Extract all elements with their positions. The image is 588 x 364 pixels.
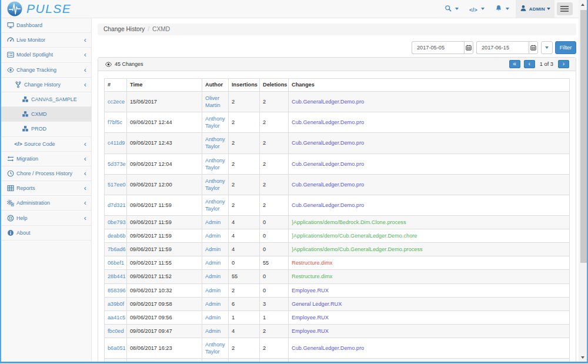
commit-hash-link[interactable]: c411d9 (108, 140, 125, 146)
changed-file-link[interactable]: Cub.GeneralLedger.Demo.pro (292, 99, 364, 105)
commit-author-link[interactable]: Admin (205, 288, 220, 293)
changed-file-link[interactable]: Cub.GeneralLedger.Demo.pro (292, 140, 364, 146)
commit-hash-link[interactable]: deab6b (108, 233, 126, 239)
brand[interactable]: PULSE (1, 0, 71, 18)
commit-author-link[interactable]: Anthony Taylor (205, 158, 225, 171)
sidebar-item-model-spotlight[interactable]: Model Spotlight‹ (1, 48, 91, 62)
sidebar-item-chore-process-history[interactable]: Chore / Process History‹ (1, 166, 91, 181)
commit-author-link[interactable]: Admin (205, 219, 220, 225)
commit-hash-link[interactable]: aa41c5 (108, 315, 125, 320)
changed-file-link[interactable]: Cub.GeneralLedger.Demo.pro (292, 161, 364, 167)
commit-author-link[interactable]: Anthony Taylor (205, 116, 225, 129)
cubes-icon (22, 96, 29, 103)
scrollbar-down-arrow-icon[interactable] (579, 353, 587, 362)
commit-author-link[interactable]: Anthony Taylor (205, 199, 225, 212)
changed-file-link[interactable]: Employee.RUX (292, 288, 329, 293)
commit-author-link[interactable]: Admin (205, 273, 220, 279)
sidebar-item-change-tracking[interactable]: Change Tracking‹ (1, 63, 91, 78)
source-code-menu[interactable]: </> (469, 0, 485, 18)
sidebar-item-source-code[interactable]: </> Source Code‹ (1, 137, 91, 152)
changed-file-link[interactable]: Employee.RUX (292, 315, 329, 320)
commit-author-link[interactable]: Anthony Taylor (205, 342, 225, 355)
sidebar-item-cxmd[interactable]: CXMD (1, 107, 91, 122)
sidebar-item-reports[interactable]: Reports‹ (1, 181, 91, 196)
commit-hash-link[interactable]: 858396 (108, 288, 126, 293)
sidebar-item-migration[interactable]: Migration‹ (1, 152, 91, 166)
window-border-bottom (0, 362, 588, 363)
commit-hash-link[interactable]: a39b0f (108, 301, 124, 307)
commit-hash-link[interactable]: 5d373e (108, 161, 126, 167)
sidebar-item-live-monitor[interactable]: Live Monitor‹ (1, 33, 91, 48)
notifications-menu[interactable] (495, 0, 509, 18)
sidebar-item-canvas-sample[interactable]: CANVAS_SAMPLE (1, 92, 91, 107)
sidebar-item-prod[interactable]: PROD (1, 122, 91, 136)
deletions-count: 3 (260, 297, 289, 310)
commit-hash-link[interactable]: fbc0ed (108, 328, 124, 334)
sidebar-item-about[interactable]: About (1, 226, 91, 241)
commit-hash-link[interactable]: 06bef1 (108, 260, 124, 266)
list-alt-icon (7, 51, 14, 58)
commit-hash-link[interactable]: 7b6ad6 (108, 246, 126, 252)
commit-hash-link[interactable]: f7bf5c (108, 119, 122, 125)
pagination-next-button[interactable]: › (558, 60, 569, 68)
search-menu[interactable] (445, 0, 459, 18)
commit-hash-link[interactable]: 0be793 (108, 219, 126, 225)
commit-author-link[interactable]: Admin (205, 301, 220, 307)
filter-button[interactable]: Filter (555, 41, 576, 54)
pagination-prev-button[interactable]: ‹ (524, 60, 535, 68)
tachometer-icon (7, 36, 14, 44)
commit-author-link[interactable]: Anthony Taylor (205, 136, 225, 149)
commit-hash-link[interactable]: cc2ece (108, 99, 125, 105)
changed-file-link[interactable]: Employee.RUX (292, 328, 329, 334)
user-menu[interactable]: ADMIN (516, 0, 554, 18)
changed-file-link[interactable]: }Applications/demo/Cub.GeneralLedger.Dem… (292, 233, 417, 239)
commit-hash-link[interactable]: 28b441 (108, 273, 126, 279)
commit-author-link[interactable]: Admin (205, 328, 220, 334)
sidebar-item-label: Live Monitor (16, 37, 45, 43)
changes-panel-header: 45 Changes « ‹ 1 of 3 › (98, 58, 576, 71)
column-header-author: Author (202, 79, 229, 92)
commit-author-link[interactable]: Admin (205, 246, 220, 252)
scrollbar-thumb[interactable] (580, 10, 587, 263)
changed-file-link[interactable]: Restructure.dimx (292, 260, 332, 266)
date-to-input[interactable] (476, 41, 529, 54)
sidebar-item-administration[interactable]: Administration‹ (1, 196, 91, 211)
date-from-calendar-icon[interactable] (464, 41, 473, 54)
commit-author-link[interactable]: Admin (205, 260, 220, 266)
sidebar-item-dashboard[interactable]: Dashboard (1, 18, 91, 33)
commit-time: 09/06/2017 11:52 (127, 270, 202, 283)
commit-hash-link[interactable]: 517ee0 (108, 182, 126, 188)
insertions-count: 6 (229, 297, 260, 310)
commit-author-link[interactable]: Anthony Taylor (205, 178, 225, 191)
vertical-scrollbar[interactable] (579, 0, 587, 362)
commit-hash-link[interactable]: d7d321 (108, 202, 126, 208)
date-from-input[interactable] (412, 41, 464, 54)
cubes-icon (22, 125, 29, 132)
changed-file-link[interactable]: }Applications/demo/Cub.GeneralLedger.Dem… (292, 246, 423, 252)
sidebar-item-change-history[interactable]: Change History‹ (1, 78, 91, 92)
filter-options-button[interactable] (541, 41, 553, 54)
changed-file-link[interactable]: Cub.GeneralLedger.Demo.pro (292, 119, 364, 125)
changes-cell: }Applications/demo/Cub.GeneralLedger.Dem… (289, 243, 570, 256)
sidebar-item-label: Chore / Process History (16, 171, 72, 176)
commit-author-link[interactable]: Oliver Martin (205, 95, 220, 108)
breadcrumb-parent[interactable]: Change History (103, 26, 145, 32)
commit-author-link[interactable]: Admin (205, 315, 220, 320)
changed-file-link[interactable]: Cub.GeneralLedger.Demo.pro (292, 202, 364, 208)
pagination-first-button[interactable]: « (509, 60, 520, 68)
sidebar-item-help[interactable]: Help‹ (1, 211, 91, 225)
menu-toggle-button[interactable] (557, 2, 573, 15)
commit-hash-link[interactable]: b6a051 (108, 345, 126, 351)
commit-author-link[interactable]: Admin (205, 233, 220, 239)
changed-file-link[interactable]: Cub.GeneralLedger.Demo.pro (292, 345, 364, 351)
table-row: b6a051 08/06/2017 16:23 Anthony Taylor 2… (105, 338, 570, 358)
changes-panel: 45 Changes « ‹ 1 of 3 › #TimeAuthorInser… (98, 57, 576, 362)
sidebar-item-label: PROD (31, 126, 46, 132)
changed-file-link[interactable]: Cub.GeneralLedger.Demo.pro (292, 182, 364, 188)
changed-file-link[interactable]: Restructure.dimx (292, 273, 332, 279)
scrollbar-up-arrow-icon[interactable] (579, 0, 587, 9)
changed-file-link[interactable]: General Ledger.RUX (292, 301, 342, 307)
changed-file-link[interactable]: }Applications/demo/Bedrock.Dim.Clone.pro… (292, 219, 406, 225)
user-name: ADMIN (529, 6, 545, 12)
date-to-calendar-icon[interactable] (529, 41, 538, 54)
